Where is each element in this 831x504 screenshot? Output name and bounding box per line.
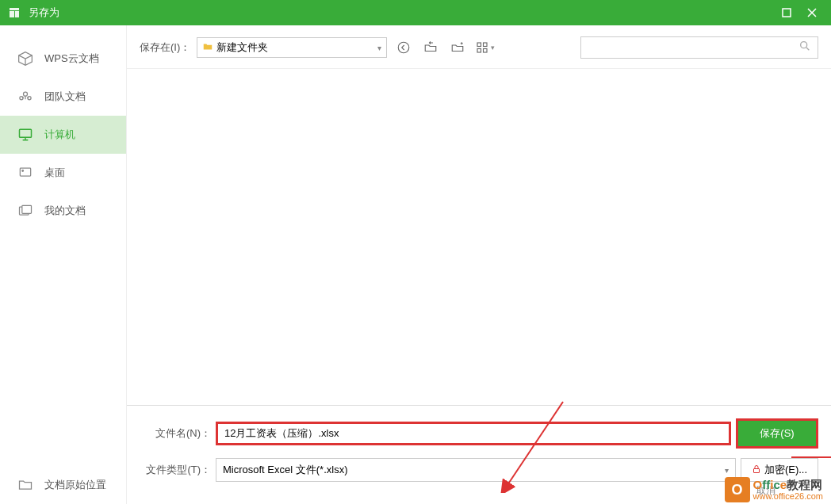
sidebar-item-label: 桌面 (44, 166, 65, 180)
search-input[interactable] (588, 42, 798, 54)
svg-rect-4 (20, 129, 32, 137)
file-list-area[interactable] (127, 68, 831, 405)
svg-point-1 (24, 92, 28, 96)
documents-icon (16, 203, 35, 219)
computer-icon (16, 127, 35, 143)
search-icon (798, 40, 811, 55)
folder-name: 新建文件夹 (216, 40, 377, 55)
up-folder-button[interactable] (420, 37, 441, 58)
svg-rect-0 (783, 9, 791, 17)
chevron-down-icon: ▾ (377, 44, 381, 52)
sidebar-item-label: 文档原始位置 (44, 478, 106, 492)
filename-label: 文件名(N)： (140, 426, 211, 441)
sidebar: WPS云文档 团队文档 计算机 桌面 我的文档 (0, 25, 127, 504)
cloud-icon (16, 51, 35, 67)
svg-point-9 (399, 42, 410, 53)
sidebar-item-cloud[interactable]: WPS云文档 (0, 40, 126, 78)
filetype-value: Microsoft Excel 文件(*.xlsx) (223, 463, 725, 477)
search-box[interactable] (580, 36, 818, 59)
sidebar-item-team[interactable]: 团队文档 (0, 78, 126, 116)
save-button[interactable]: 保存(S) (736, 418, 818, 449)
content-area: 保存在(I)： 新建文件夹 ▾ ▾ (127, 25, 831, 504)
sidebar-item-original-location[interactable]: 文档原始位置 (0, 466, 126, 504)
app-logo-icon (6, 5, 22, 21)
watermark: O Office教程网 www.office26.com (725, 477, 823, 502)
filename-input[interactable] (216, 422, 731, 445)
toolbar: 保存在(I)： 新建文件夹 ▾ ▾ (127, 25, 831, 63)
desktop-icon (16, 165, 35, 181)
sidebar-item-computer[interactable]: 计算机 (0, 116, 126, 154)
window-title: 另存为 (29, 6, 774, 20)
svg-rect-17 (753, 468, 759, 472)
sidebar-item-label: 团队文档 (44, 90, 86, 104)
filename-row: 文件名(N)： 保存(S) (140, 418, 818, 449)
sidebar-item-documents[interactable]: 我的文档 (0, 192, 126, 230)
sidebar-item-desktop[interactable]: 桌面 (0, 154, 126, 192)
view-options-button[interactable]: ▾ (474, 37, 495, 58)
filetype-row: 文件类型(T)： Microsoft Excel 文件(*.xlsx) ▾ 加密… (140, 458, 818, 482)
maximize-button[interactable] (774, 2, 799, 24)
svg-rect-13 (483, 49, 487, 53)
filetype-label: 文件类型(T)： (140, 463, 211, 477)
watermark-text: Office教程网 www.office26.com (753, 479, 823, 502)
annotation-arrow-icon (790, 449, 831, 465)
folder-icon (202, 41, 213, 55)
new-folder-button[interactable] (447, 37, 468, 58)
save-in-label: 保存在(I)： (140, 40, 190, 55)
svg-point-14 (801, 42, 807, 48)
chevron-down-icon: ▾ (491, 44, 495, 52)
back-button[interactable] (393, 37, 414, 58)
svg-rect-10 (477, 43, 481, 47)
lock-icon (752, 464, 761, 476)
svg-rect-5 (20, 168, 30, 176)
main-area: WPS云文档 团队文档 计算机 桌面 我的文档 (0, 25, 831, 504)
titlebar: 另存为 (0, 0, 831, 25)
svg-rect-8 (22, 205, 32, 213)
svg-rect-12 (477, 49, 481, 53)
close-button[interactable] (799, 2, 825, 24)
chevron-down-icon: ▾ (725, 466, 729, 475)
watermark-logo-icon: O (725, 477, 750, 502)
annotation-arrow-icon (500, 398, 571, 493)
sidebar-item-label: 我的文档 (44, 204, 86, 218)
folder-select[interactable]: 新建文件夹 ▾ (197, 37, 387, 58)
sidebar-item-label: WPS云文档 (44, 52, 99, 66)
sidebar-item-label: 计算机 (44, 128, 75, 142)
svg-rect-11 (483, 43, 487, 47)
folder-icon (16, 477, 35, 493)
filetype-select[interactable]: Microsoft Excel 文件(*.xlsx) ▾ (216, 458, 736, 482)
team-icon (16, 89, 35, 105)
svg-point-6 (22, 170, 24, 172)
svg-line-15 (507, 402, 563, 485)
